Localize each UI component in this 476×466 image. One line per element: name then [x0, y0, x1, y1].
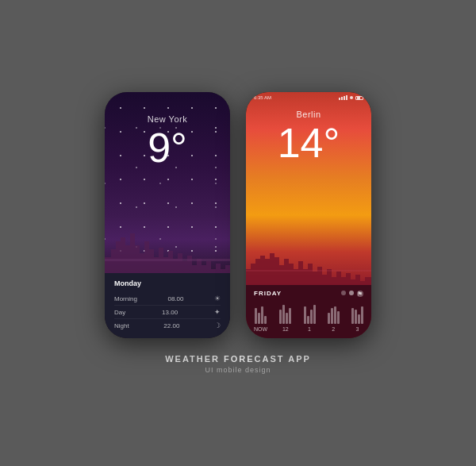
red-status-bar: 6:35 AM — [246, 92, 371, 102]
dark-day-label: Monday — [114, 279, 221, 287]
bar — [264, 316, 267, 324]
bar — [328, 313, 330, 324]
status-time: 6:35 AM — [254, 95, 271, 100]
signal-bars — [339, 95, 347, 100]
battery-icon — [355, 96, 363, 100]
svg-rect-1 — [105, 259, 230, 261]
bar — [358, 314, 360, 324]
red-screen: 6:35 AM Berlin 14° — [246, 92, 371, 338]
bar — [337, 311, 340, 324]
morning-time: 08.00 — [167, 295, 183, 302]
dark-bottom: Monday Morning 08.00 ☀ Day 13.00 ✦ Night… — [105, 273, 230, 338]
friday-label: FRIDAY — [254, 290, 282, 297]
day-row: Day 13.00 ✦ — [114, 306, 221, 319]
phones-container: New York 9° Monday Morning 08.00 ☀ Da — [105, 92, 371, 338]
bar — [334, 306, 336, 324]
hour-bars-now — [255, 302, 267, 324]
dark-cityscape — [105, 225, 230, 273]
red-cityscape — [246, 241, 371, 285]
signal-bar-2 — [341, 97, 343, 100]
dark-temp: 9° — [148, 127, 187, 168]
red-city: Berlin — [296, 110, 321, 119]
red-temp: 14° — [278, 122, 340, 164]
night-time: 22.00 — [163, 322, 179, 329]
friday-icon-2 — [349, 291, 354, 295]
friday-icon-3: ⚑ — [357, 291, 363, 297]
caption-title: WEATHER FORECAST APP — [165, 354, 311, 364]
hourly-forecast: NOW 12 — [254, 302, 363, 332]
friday-icon-1 — [341, 291, 346, 295]
caption: WEATHER FORECAST APP UI mobile design — [165, 354, 311, 374]
hour-col-now: NOW — [254, 302, 267, 332]
day-icon: ✦ — [214, 308, 221, 316]
night-row: Night 22.00 ☽ — [114, 319, 221, 332]
bar — [289, 308, 291, 324]
bar — [261, 306, 263, 324]
signal-bar-1 — [339, 98, 340, 100]
caption-subtitle: UI mobile design — [165, 366, 311, 374]
bar — [307, 316, 309, 324]
bar — [351, 308, 354, 324]
night-label: Night — [114, 322, 129, 329]
hour-bars-1 — [304, 302, 316, 324]
status-icons — [339, 95, 363, 100]
hour-bars-12 — [279, 302, 291, 324]
svg-marker-0 — [105, 233, 230, 273]
hour-label-2: 2 — [332, 326, 335, 332]
hour-col-2: 2 — [328, 302, 340, 332]
phone-red: 6:35 AM Berlin 14° — [246, 92, 371, 338]
svg-marker-2 — [246, 253, 371, 285]
hour-label-1: 1 — [308, 326, 311, 332]
bar — [355, 310, 357, 324]
dark-top-section: New York 9° — [105, 92, 230, 273]
bar — [258, 313, 260, 324]
hour-bars-3 — [351, 302, 363, 324]
morning-row: Morning 08.00 ☀ — [114, 292, 221, 306]
red-bottom: FRIDAY ⚑ — [246, 285, 371, 338]
night-icon: ☽ — [214, 322, 221, 329]
signal-bar-3 — [344, 96, 345, 100]
bar — [313, 305, 316, 324]
phone-dark: New York 9° Monday Morning 08.00 ☀ Da — [105, 92, 230, 338]
friday-icons: ⚑ — [341, 291, 363, 297]
hour-label-3: 3 — [356, 326, 359, 332]
hour-label-now: NOW — [254, 326, 267, 332]
bar — [255, 308, 257, 324]
wifi-icon — [350, 96, 353, 99]
bar — [286, 313, 288, 324]
hour-label-12: 12 — [282, 326, 289, 332]
morning-icon: ☀ — [214, 295, 221, 302]
bar — [361, 306, 363, 324]
hour-col-1: 1 — [304, 302, 316, 332]
day-label-text: Day — [114, 309, 125, 316]
dark-city: New York — [148, 114, 187, 124]
bar — [310, 310, 313, 324]
friday-header: FRIDAY ⚑ — [254, 290, 363, 297]
red-top-section: Berlin 14° — [246, 102, 371, 285]
bar — [282, 305, 285, 324]
hour-col-12: 12 — [279, 302, 291, 332]
day-time: 13.00 — [162, 309, 178, 316]
bar — [279, 310, 282, 324]
battery-fill — [357, 97, 360, 99]
signal-bar-4 — [346, 95, 347, 100]
bar — [331, 308, 333, 324]
bar — [304, 306, 306, 324]
dark-screen: New York 9° Monday Morning 08.00 ☀ Da — [105, 92, 230, 338]
hour-col-3: 3 — [351, 302, 363, 332]
morning-label: Morning — [114, 295, 137, 302]
hour-bars-2 — [328, 302, 340, 324]
